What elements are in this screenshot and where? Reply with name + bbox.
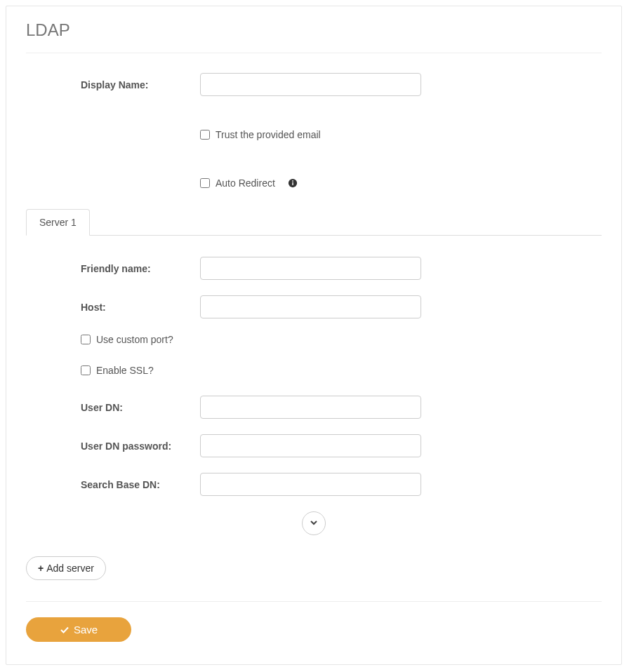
display-name-label: Display Name: <box>81 79 200 90</box>
svg-point-2 <box>292 180 293 182</box>
enable-ssl-row: Enable SSL? <box>26 365 602 376</box>
host-input[interactable] <box>200 295 421 318</box>
friendly-name-input[interactable] <box>200 257 421 280</box>
user-dn-row: User DN: <box>26 396 602 419</box>
display-name-input[interactable] <box>200 73 421 96</box>
add-server-label: Add server <box>46 563 94 574</box>
host-row: Host: <box>26 295 602 318</box>
user-dn-password-label: User DN password: <box>81 441 200 452</box>
enable-ssl-label[interactable]: Enable SSL? <box>96 365 154 376</box>
custom-port-row: Use custom port? <box>26 334 602 345</box>
footer-divider <box>26 601 602 602</box>
page-title: LDAP <box>26 20 602 40</box>
server-tabs: Server 1 <box>26 208 602 236</box>
tab-server-1[interactable]: Server 1 <box>26 209 90 236</box>
user-dn-password-input[interactable] <box>200 434 421 457</box>
auto-redirect-checkbox[interactable] <box>200 178 210 188</box>
search-base-dn-label: Search Base DN: <box>81 479 200 490</box>
trust-email-label[interactable]: Trust the provided email <box>216 129 321 140</box>
custom-port-label[interactable]: Use custom port? <box>96 334 173 345</box>
trust-email-row: Trust the provided email <box>26 129 602 140</box>
user-dn-label: User DN: <box>81 402 200 413</box>
check-icon <box>60 625 69 635</box>
ldap-settings-panel: LDAP Display Name: Trust the provided em… <box>6 6 622 665</box>
expand-button[interactable] <box>302 511 326 535</box>
svg-rect-1 <box>292 182 293 185</box>
friendly-name-label: Friendly name: <box>81 263 200 274</box>
info-icon[interactable] <box>288 178 298 188</box>
user-dn-password-row: User DN password: <box>26 434 602 457</box>
custom-port-checkbox[interactable] <box>81 335 91 344</box>
search-base-dn-row: Search Base DN: <box>26 473 602 496</box>
auto-redirect-row: Auto Redirect <box>26 177 602 189</box>
divider <box>26 53 602 53</box>
enable-ssl-checkbox[interactable] <box>81 365 91 375</box>
chevron-down-icon <box>310 518 318 529</box>
expand-row <box>26 511 602 535</box>
user-dn-input[interactable] <box>200 396 421 419</box>
trust-email-checkbox[interactable] <box>200 130 210 140</box>
server-tab-content: Friendly name: Host: Use custom port? En… <box>26 236 602 535</box>
display-name-row: Display Name: <box>26 73 602 96</box>
friendly-name-row: Friendly name: <box>26 257 602 280</box>
save-label: Save <box>74 624 98 636</box>
save-button[interactable]: Save <box>26 617 131 642</box>
host-label: Host: <box>81 302 200 313</box>
search-base-dn-input[interactable] <box>200 473 421 496</box>
auto-redirect-label[interactable]: Auto Redirect <box>216 177 275 189</box>
plus-icon: + <box>38 563 44 574</box>
add-server-button[interactable]: + Add server <box>26 556 106 580</box>
add-server-row: + Add server <box>26 556 602 580</box>
